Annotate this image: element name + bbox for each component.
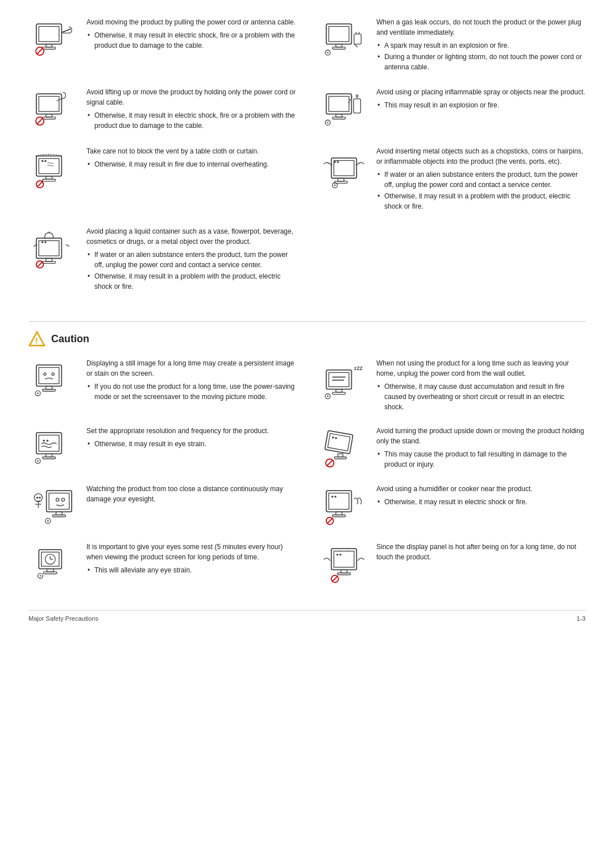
svg-rect-20 bbox=[333, 47, 346, 49]
caution-bullet-still-1: If you do not use the product for a long… bbox=[86, 381, 296, 402]
icon-close-distance bbox=[28, 484, 80, 529]
svg-point-48 bbox=[44, 160, 47, 162]
svg-rect-63 bbox=[36, 238, 61, 258]
caution-bullet-resolution-1: Otherwise, it may result in eye strain. bbox=[86, 439, 296, 449]
svg-rect-73 bbox=[39, 367, 59, 383]
icon-humidifier bbox=[318, 484, 370, 529]
caution-bullet-eye-1: This will alleviate any eye strain. bbox=[86, 565, 296, 575]
warning-bullet-liquid-2: Otherwise, it may result in a problem wi… bbox=[86, 271, 296, 292]
warning-item-metal: Avoid inserting metal objects such as a … bbox=[318, 146, 586, 213]
icon-power-cord bbox=[28, 17, 80, 63]
svg-rect-18 bbox=[329, 26, 349, 41]
svg-rect-116 bbox=[326, 491, 351, 512]
svg-rect-130 bbox=[43, 571, 57, 574]
warning-text-power-cord: Avoid moving the product by pulling the … bbox=[86, 17, 296, 52]
svg-rect-33 bbox=[326, 94, 351, 114]
caution-item-hot-panel: Since the display panel is hot after bei… bbox=[318, 542, 586, 587]
caution-grid: Displaying a still image for a long time… bbox=[28, 358, 586, 587]
svg-rect-13 bbox=[43, 47, 56, 49]
warning-bullets-vent: Otherwise, it may result in fire due to … bbox=[86, 159, 296, 169]
warning-main-lifting: Avoid lifting up or move the product by … bbox=[86, 87, 296, 107]
svg-rect-97 bbox=[325, 430, 353, 454]
svg-point-42 bbox=[349, 101, 350, 103]
svg-rect-101 bbox=[338, 454, 343, 456]
svg-rect-105 bbox=[47, 491, 72, 512]
caution-main-eye-rest: It is important to give your eyes some r… bbox=[86, 542, 296, 562]
svg-rect-86 bbox=[333, 392, 346, 394]
svg-rect-11 bbox=[39, 26, 59, 41]
svg-point-135 bbox=[337, 553, 339, 555]
svg-point-108 bbox=[61, 498, 64, 501]
svg-rect-17 bbox=[326, 24, 351, 44]
svg-point-107 bbox=[56, 498, 59, 501]
caution-bullet-humidifier-1: Otherwise, it may result in electric sho… bbox=[376, 497, 586, 507]
svg-rect-37 bbox=[354, 98, 360, 113]
svg-rect-21 bbox=[354, 34, 361, 44]
footer-left-text: Major Safety Precautions bbox=[28, 615, 98, 622]
warning-bullet-metal-1: If water or an alien substance enters th… bbox=[376, 169, 586, 190]
warning-main-vent: Take care not to block the vent by a tab… bbox=[86, 146, 296, 156]
warning-main-inflammable: Avoid using or placing inflammable spray… bbox=[376, 87, 586, 97]
icon-eye-rest bbox=[28, 542, 80, 587]
caution-text-eye-rest: It is important to give your eyes some r… bbox=[86, 542, 296, 576]
svg-point-132 bbox=[40, 575, 42, 576]
warning-bullet-liquid-1: If water or an alien substance enters th… bbox=[86, 250, 296, 270]
warning-bullets-metal: If water or an alien substance enters th… bbox=[376, 169, 586, 211]
svg-rect-117 bbox=[329, 493, 349, 509]
svg-rect-134 bbox=[334, 551, 354, 567]
warning-item-inflammable: Avoid using or placing inflammable spray… bbox=[318, 87, 586, 132]
svg-rect-27 bbox=[36, 94, 61, 114]
svg-rect-53 bbox=[331, 157, 356, 178]
svg-point-91 bbox=[43, 439, 45, 442]
warning-bullets-inflammable: This may result in an explosion or fire. bbox=[376, 100, 586, 110]
caution-text-close-distance: Watching the product from too close a di… bbox=[86, 484, 296, 507]
icon-hot-panel bbox=[318, 542, 370, 587]
warning-bullet-power-cord-1: Otherwise, it may result in electric sho… bbox=[86, 30, 296, 51]
warning-text-gas-leak: When a gas leak occurs, do not touch the… bbox=[376, 17, 586, 73]
svg-rect-121 bbox=[333, 514, 346, 517]
warning-text-liquid: Avoid placing a liquid container such as… bbox=[86, 226, 296, 293]
warning-main-liquid: Avoid placing a liquid container such as… bbox=[86, 226, 296, 247]
svg-rect-106 bbox=[49, 493, 69, 509]
caution-item-upside-down: Avoid turning the product upside down or… bbox=[318, 426, 586, 471]
warning-text-inflammable: Avoid using or placing inflammable spray… bbox=[376, 87, 586, 111]
svg-rect-68 bbox=[43, 261, 56, 263]
caution-main-hot-panel: Since the display panel is hot after bei… bbox=[376, 542, 586, 562]
svg-rect-110 bbox=[52, 514, 65, 517]
svg-rect-54 bbox=[334, 160, 354, 176]
svg-point-74 bbox=[44, 372, 46, 375]
svg-rect-10 bbox=[36, 24, 61, 44]
icon-vent bbox=[28, 146, 80, 192]
icon-inflammable bbox=[318, 87, 370, 132]
caution-bullets-still-image: If you do not use the product for a long… bbox=[86, 381, 296, 402]
warning-bullets-gas-leak: A spark may result in an explosion or fi… bbox=[376, 40, 586, 72]
caution-text-resolution: Set the appropriate resolution and frequ… bbox=[86, 426, 296, 450]
svg-line-104 bbox=[327, 460, 333, 466]
svg-point-113 bbox=[39, 496, 41, 499]
page-content: Avoid moving the product by pulling the … bbox=[28, 17, 586, 622]
svg-point-92 bbox=[47, 439, 49, 442]
svg-point-39 bbox=[356, 94, 358, 97]
caution-item-humidifier: Avoid using a humidifier or cooker near … bbox=[318, 484, 586, 529]
svg-line-32 bbox=[37, 118, 43, 124]
svg-point-79 bbox=[37, 392, 39, 394]
svg-rect-94 bbox=[43, 456, 56, 459]
icon-resolution bbox=[28, 426, 80, 471]
svg-rect-77 bbox=[43, 389, 56, 391]
svg-line-52 bbox=[38, 181, 43, 186]
svg-point-47 bbox=[42, 160, 44, 162]
svg-point-119 bbox=[334, 495, 337, 497]
warning-main-gas-leak: When a gas leak occurs, do not touch the… bbox=[376, 17, 586, 38]
icon-liquid bbox=[28, 226, 80, 272]
svg-point-115 bbox=[47, 520, 49, 522]
caution-text-unplug: When not using the product for a long ti… bbox=[376, 358, 586, 413]
svg-rect-102 bbox=[334, 456, 346, 459]
warning-item-gas-leak: When a gas leak occurs, do not touch the… bbox=[318, 17, 586, 73]
warning-bullets-lifting: Otherwise, it may result in electric sho… bbox=[86, 110, 296, 131]
warning-main-power-cord: Avoid moving the product by pulling the … bbox=[86, 17, 296, 27]
caution-item-still-image: Displaying a still image for a long time… bbox=[28, 358, 296, 413]
caution-item-eye-rest: It is important to give your eyes some r… bbox=[28, 542, 296, 587]
icon-upside-down bbox=[318, 426, 370, 471]
page-footer: Major Safety Precautions 1-3 bbox=[28, 610, 586, 622]
svg-line-16 bbox=[37, 48, 43, 54]
